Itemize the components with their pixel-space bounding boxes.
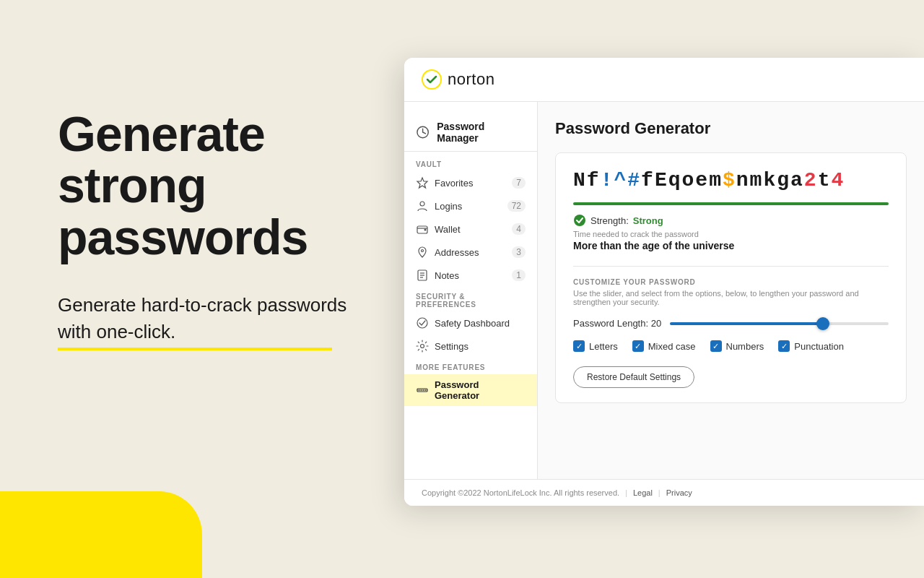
footer-separator: | [625, 488, 627, 497]
footer-privacy-link[interactable]: Privacy [666, 488, 692, 497]
restore-defaults-button[interactable]: Restore Default Settings [573, 366, 694, 388]
mixed-case-checkbox-check: ✓ [635, 342, 641, 350]
sidebar-item-logins[interactable]: Logins 72 [404, 194, 537, 217]
favorites-count: 7 [512, 177, 526, 189]
checkbox-punctuation[interactable]: ✓ Punctuation [778, 340, 844, 352]
notes-count: 1 [512, 269, 526, 281]
pwd-char: $ [723, 169, 736, 191]
strength-bar [573, 202, 889, 205]
hero-subtext: Generate hard-to-crack passwords with on… [58, 292, 383, 345]
sidebar: Password Manager VAULT Favorites 7 Login… [404, 102, 538, 479]
hero-headline: Generate strong passwords [58, 108, 383, 263]
length-row: Password Length: 20 [573, 318, 889, 329]
strength-row: Strength: Strong [573, 214, 889, 227]
logins-count: 72 [507, 200, 526, 212]
password-card: Nf!^#fEqoem$nmkga2t4 Strength: Strong Ti… [555, 152, 907, 403]
notes-icon [416, 269, 429, 282]
corner-decoration [0, 491, 202, 578]
slider-thumb [816, 317, 829, 330]
app-window: norton Password Manager VAULT Favorites [404, 58, 924, 506]
crack-time-label: Time needed to crack the password [573, 230, 889, 238]
sidebar-item-addresses[interactable]: Addresses 3 [404, 241, 537, 264]
checkboxes-row: ✓ Letters ✓ Mixed case ✓ [573, 340, 889, 352]
footer-copyright: Copyright ©2022 NortonLifeLock Inc. All … [422, 488, 619, 497]
sidebar-item-notes[interactable]: Notes 1 [404, 264, 537, 287]
svg-marker-2 [417, 178, 427, 188]
pwd-char: ! [601, 169, 614, 191]
pwd-char: a [790, 169, 804, 191]
pwd-char: m [750, 169, 764, 191]
punctuation-checkbox-box: ✓ [778, 340, 790, 352]
mixed-case-checkbox-box: ✓ [632, 340, 644, 352]
svg-point-5 [424, 229, 427, 231]
pwd-char: N [573, 169, 587, 191]
norton-header: norton [404, 58, 924, 102]
sidebar-item-safety-dashboard[interactable]: Safety Dashboard [404, 311, 537, 335]
svg-point-18 [574, 215, 585, 226]
page-title: Password Generator [555, 119, 907, 138]
checkbox-letters[interactable]: ✓ Letters [573, 340, 618, 352]
svg-point-0 [422, 70, 441, 89]
mixed-case-checkbox-label: Mixed case [648, 341, 696, 352]
sidebar-item-wallet[interactable]: Wallet 4 [404, 217, 537, 241]
pwd-char: g [777, 169, 790, 191]
password-generator-label: Password Generator [435, 379, 526, 401]
norton-logo-text: norton [448, 70, 494, 89]
pwd-char: m [709, 169, 723, 191]
checkbox-mixed-case[interactable]: ✓ Mixed case [632, 340, 696, 352]
norton-logo-icon [422, 69, 442, 90]
footer-legal-link[interactable]: Legal [633, 488, 653, 497]
main-panel: Password Generator Nf!^#fEqoem$nmkga2t4 … [538, 102, 924, 479]
svg-point-12 [421, 345, 424, 348]
checkbox-numbers[interactable]: ✓ Numbers [710, 340, 764, 352]
customize-hint: Use the slider, and select from the opti… [573, 289, 889, 306]
password-length-slider[interactable] [670, 322, 889, 325]
logins-label: Logins [435, 201, 507, 212]
settings-icon [416, 340, 429, 353]
footer-separator-2: | [658, 488, 661, 497]
punctuation-checkbox-check: ✓ [781, 342, 788, 350]
pwd-char: k [763, 169, 777, 191]
generator-icon [416, 384, 429, 397]
pwd-char: f [587, 169, 601, 191]
strength-check-icon [573, 214, 586, 227]
crack-time-value: More than the age of the universe [573, 240, 889, 251]
sidebar-item-password-manager[interactable]: Password Manager [404, 113, 537, 152]
svg-point-6 [422, 250, 424, 252]
addresses-label: Addresses [435, 247, 512, 258]
pwd-char: 2 [804, 169, 818, 191]
addresses-count: 3 [512, 246, 526, 258]
settings-label: Settings [435, 341, 526, 352]
punctuation-checkbox-label: Punctuation [794, 341, 844, 352]
pwd-char: E [655, 169, 668, 191]
pwd-char: ^ [614, 169, 627, 191]
strength-label: Strength: [590, 215, 629, 226]
letters-checkbox-check: ✓ [576, 342, 583, 350]
customize-section: CUSTOMIZE YOUR PASSWORD Use the slider, … [573, 266, 889, 388]
pwd-char: o [682, 169, 696, 191]
numbers-checkbox-check: ✓ [712, 342, 719, 350]
user-icon [416, 199, 429, 212]
slider-fill [670, 322, 823, 325]
numbers-checkbox-box: ✓ [710, 340, 722, 352]
pwd-char: # [627, 169, 641, 191]
pwd-char: e [695, 169, 709, 191]
vault-section-label: VAULT [404, 155, 537, 171]
favorites-label: Favorites [435, 178, 512, 189]
customize-label: CUSTOMIZE YOUR PASSWORD [573, 278, 889, 286]
letters-checkbox-box: ✓ [573, 340, 585, 352]
password-manager-label: Password Manager [437, 121, 526, 144]
security-section-label: SECURITY & PREFERENCES [404, 287, 537, 311]
numbers-checkbox-label: Numbers [726, 341, 764, 352]
pwd-char: f [641, 169, 655, 191]
sidebar-item-password-generator[interactable]: Password Generator [404, 374, 537, 406]
more-features-label: MORE FEATURES [404, 358, 537, 374]
sidebar-item-settings[interactable]: Settings [404, 335, 537, 358]
pwd-char: t [818, 169, 832, 191]
sidebar-item-favorites[interactable]: Favorites 7 [404, 171, 537, 194]
svg-point-11 [417, 318, 427, 328]
safety-dashboard-label: Safety Dashboard [435, 318, 526, 329]
wallet-icon [416, 223, 429, 236]
strength-value: Strong [633, 215, 663, 226]
hero-section: Generate strong passwords Generate hard-… [58, 108, 383, 345]
